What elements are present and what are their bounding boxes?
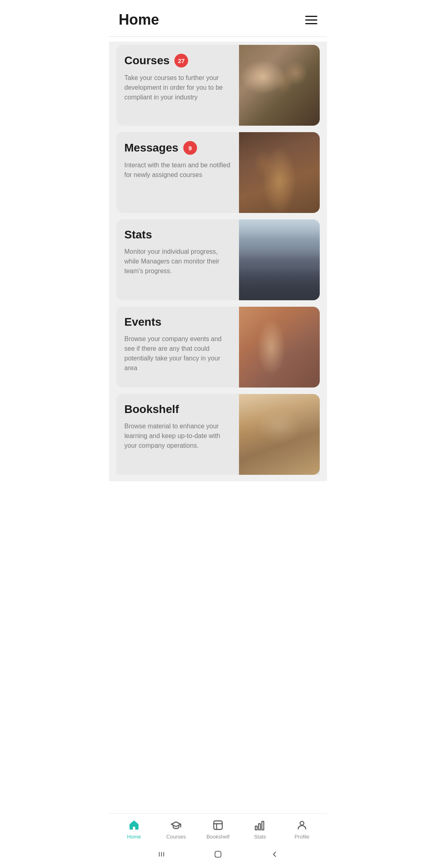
- card-courses[interactable]: Courses 27 Take your courses to further …: [116, 45, 320, 126]
- card-text-bookshelf: Bookshelf Browse material to enhance you…: [116, 394, 239, 475]
- card-description-stats: Monitor your individual progress, while …: [124, 247, 233, 276]
- card-description-events: Browse your company events and see if th…: [124, 334, 233, 373]
- badge-courses: 27: [174, 54, 188, 67]
- card-text-courses: Courses 27 Take your courses to further …: [116, 45, 239, 126]
- card-description-courses: Take your courses to further your develo…: [124, 73, 233, 102]
- card-image-messages: [239, 132, 320, 213]
- card-title-stats: Stats: [124, 228, 152, 241]
- menu-button[interactable]: [305, 16, 317, 24]
- card-title-row-events: Events: [124, 316, 233, 329]
- card-title-row-stats: Stats: [124, 228, 233, 241]
- card-title-row-courses: Courses 27: [124, 54, 233, 67]
- card-title-bookshelf: Bookshelf: [124, 403, 179, 416]
- card-text-messages: Messages 9 Interact with the team and be…: [116, 132, 239, 213]
- badge-messages: 9: [183, 141, 197, 155]
- card-image-stats: [239, 219, 320, 300]
- card-title-row-bookshelf: Bookshelf: [124, 403, 233, 416]
- card-text-stats: Stats Monitor your individual progress, …: [116, 219, 239, 300]
- card-title-row-messages: Messages 9: [124, 141, 233, 155]
- card-description-messages: Interact with the team and be notified f…: [124, 160, 233, 180]
- card-text-events: Events Browse your company events and se…: [116, 307, 239, 388]
- card-description-bookshelf: Browse material to enhance your learning…: [124, 421, 233, 451]
- header: Home: [109, 0, 327, 36]
- header-divider: [109, 36, 327, 37]
- card-image-courses: [239, 45, 320, 126]
- card-messages[interactable]: Messages 9 Interact with the team and be…: [116, 132, 320, 213]
- card-stats[interactable]: Stats Monitor your individual progress, …: [116, 219, 320, 300]
- content-area: Courses 27 Take your courses to further …: [109, 42, 327, 481]
- card-bookshelf[interactable]: Bookshelf Browse material to enhance you…: [116, 394, 320, 475]
- card-title-events: Events: [124, 316, 161, 329]
- card-title-messages: Messages: [124, 141, 178, 154]
- page-title: Home: [119, 11, 159, 28]
- card-title-courses: Courses: [124, 54, 170, 67]
- card-image-events: [239, 307, 320, 388]
- card-events[interactable]: Events Browse your company events and se…: [116, 307, 320, 388]
- card-image-bookshelf: [239, 394, 320, 475]
